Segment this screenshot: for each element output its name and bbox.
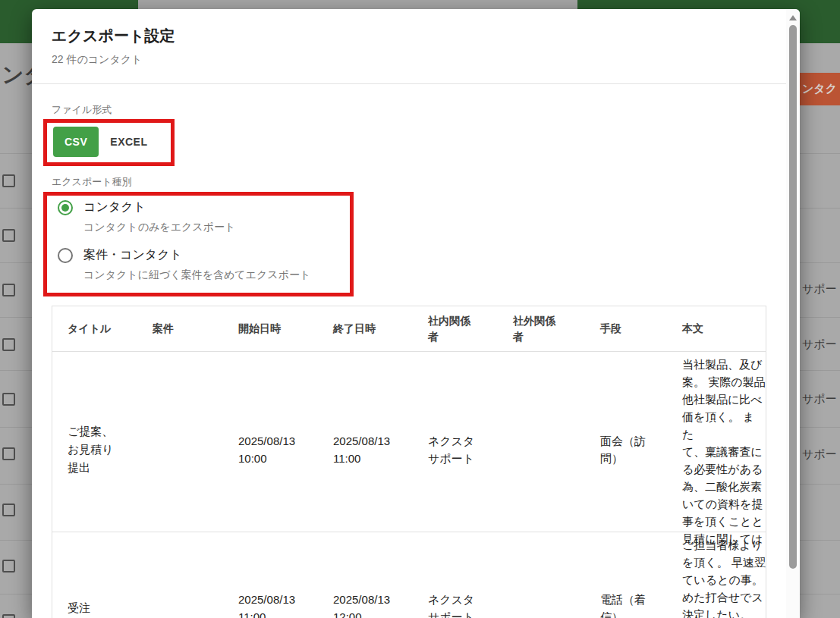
export-type-label: エクスポート種別 (52, 175, 132, 189)
bg-row-label: サポート (802, 392, 840, 406)
bg-row-label: サポート (802, 282, 840, 296)
cell-start: 2025/08/13 11:00 (223, 591, 318, 618)
highlight-box-export-type (43, 192, 354, 296)
cell-end: 2025/08/13 12:00 (318, 591, 413, 618)
row-checkbox[interactable] (2, 174, 15, 187)
contact-count-subtitle: 22 件のコンタクト (52, 53, 142, 67)
cell-internal: ネクスタ サポート (413, 432, 498, 467)
cell-body: ご担当者様より を頂く。 早速翌 ているとの事。 めた打合せでス 決定したい。 … (667, 532, 766, 618)
cell-method: 電話（着 信） (585, 591, 667, 618)
cell-body: 当社製品、及び 案。 実際の製品 他社製品に比べ 価を頂く。 また て、稟議審査… (667, 352, 766, 547)
row-checkbox[interactable] (2, 503, 15, 516)
scrollbar-thumb[interactable] (789, 25, 797, 569)
row-checkbox[interactable] (2, 614, 15, 618)
column-header: 社内関係者 (413, 313, 498, 345)
cell-title: 受注 (52, 599, 137, 617)
bg-row-label: サポート (802, 337, 840, 352)
cell-end: 2025/08/13 11:00 (318, 432, 413, 467)
row-checkbox[interactable] (2, 447, 15, 460)
file-format-label: ファイル形式 (52, 103, 112, 117)
column-header: 案件 (137, 321, 223, 337)
header-divider (32, 83, 786, 84)
table-row: ご提案、 お見積り 提出2025/08/13 10:002025/08/13 1… (52, 351, 766, 532)
cell-title: ご提案、 お見積り 提出 (52, 422, 137, 477)
column-header: 社外関係者 (498, 313, 585, 345)
row-checkbox[interactable] (2, 284, 15, 296)
table-header-row: タイトル案件開始日時終了日時社内関係者社外関係者手段本文 (52, 306, 766, 351)
cell-method: 面会（訪 問） (585, 432, 667, 467)
table-row: 受注2025/08/13 11:002025/08/13 12:00ネクスタ サ… (52, 532, 766, 618)
row-checkbox[interactable] (2, 229, 15, 242)
cell-start: 2025/08/13 10:00 (223, 432, 318, 467)
cell-internal: ネクスタ サポート (413, 591, 498, 618)
column-header: 開始日時 (223, 321, 318, 337)
highlight-box-file-format (43, 119, 175, 166)
column-header: タイトル (52, 321, 137, 337)
modal-scrollbar[interactable] (786, 9, 800, 618)
bg-row-label: サポート (802, 447, 840, 462)
column-header: 本文 (667, 321, 766, 337)
column-header: 終了日時 (318, 321, 413, 337)
row-checkbox[interactable] (2, 560, 15, 573)
contacts-preview-table: タイトル案件開始日時終了日時社内関係者社外関係者手段本文 ご提案、 お見積り 提… (52, 306, 766, 618)
scroll-up-arrow-icon[interactable] (789, 15, 797, 20)
export-settings-modal: エクスポート設定 22 件のコンタクト ファイル形式 CSVEXCEL エクスポ… (32, 9, 800, 618)
modal-title: エクスポート設定 (52, 26, 175, 46)
row-checkbox[interactable] (2, 338, 15, 351)
row-checkbox[interactable] (2, 393, 15, 406)
column-header: 手段 (585, 321, 667, 337)
